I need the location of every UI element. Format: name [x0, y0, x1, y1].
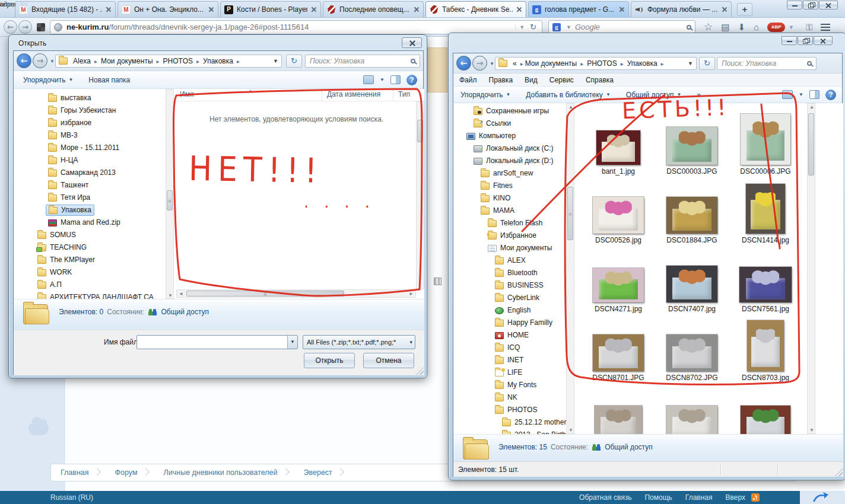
- browser-tab[interactable]: Входящие (15 482) - ...: [15, 1, 116, 17]
- browser-tab[interactable]: Формула любви — ...: [631, 1, 732, 17]
- close-button[interactable]: [814, 36, 833, 45]
- tree-item-row[interactable]: KINO: [481, 193, 510, 204]
- search-icon[interactable]: [411, 59, 415, 63]
- scroll-top-arrow-icon[interactable]: [812, 491, 830, 503]
- tree-item-row[interactable]: TEACHING: [37, 242, 87, 253]
- dialog-close-button[interactable]: [402, 37, 422, 48]
- scrollbar-thumb[interactable]: [567, 187, 573, 240]
- minimize-button[interactable]: [782, 36, 797, 45]
- tree-item[interactable]: избраное: [14, 117, 166, 130]
- file-item[interactable]: DSCN8703.jpg: [729, 314, 802, 383]
- views-icon[interactable]: [363, 75, 374, 84]
- file-item[interactable]: bant_1.jpg: [582, 108, 655, 177]
- tree-item-row[interactable]: NK: [495, 392, 517, 403]
- tree-item[interactable]: Тетя Ира: [14, 192, 166, 205]
- file-item[interactable]: DSCN4271.jpg: [582, 245, 655, 314]
- tree-item-row[interactable]: HOME: [495, 330, 529, 341]
- tree-item[interactable]: Море - 15.11.2011: [14, 142, 166, 155]
- menu-item[interactable]: Правка: [483, 76, 519, 84]
- tab-close-icon[interactable]: [516, 7, 522, 12]
- tree-item[interactable]: Сохраненные игры: [453, 106, 566, 118]
- forum-breadcrumb-link[interactable]: Главная: [51, 468, 106, 477]
- browser-forward-button[interactable]: →: [18, 20, 32, 34]
- browser-tab[interactable]: Он + Она. Энцикло...: [117, 1, 218, 17]
- tab-close-icon[interactable]: [619, 7, 625, 12]
- file-item[interactable]: DSCN7407.jpg: [655, 245, 729, 314]
- tree-item[interactable]: LIFE: [453, 367, 566, 379]
- tab-groups-icon[interactable]: [37, 23, 45, 31]
- share-button[interactable]: Общий доступ▼: [626, 91, 682, 99]
- file-area-hscrollbar[interactable]: ◄ ►: [176, 289, 416, 298]
- tree-item-row[interactable]: PHOTOS: [495, 404, 537, 416]
- scrollbar-thumb[interactable]: [808, 113, 814, 176]
- tree-item-row[interactable]: Bluetooth: [495, 267, 538, 279]
- menu-item[interactable]: Файл: [453, 76, 483, 84]
- dialog-breadcrumb[interactable]: AlexaМои документыPHOTOSУпаковка ▼: [55, 55, 282, 68]
- tab-close-icon[interactable]: [414, 7, 420, 12]
- scroll-right-icon[interactable]: ►: [407, 291, 415, 296]
- tree-item-row[interactable]: Ташкент: [48, 180, 88, 191]
- tree-scrollbar[interactable]: ▲ ▼: [566, 103, 574, 434]
- tree-item[interactable]: Mama and Red.zip: [14, 217, 166, 229]
- search-icon[interactable]: [687, 25, 691, 30]
- tree-item-row[interactable]: Самарканд 2013: [48, 167, 116, 178]
- tree-item[interactable]: SOMUS: [14, 229, 166, 242]
- breadcrumb-segment[interactable]: PHOTOS: [161, 57, 202, 65]
- views-d[interactable]: ▼: [380, 77, 385, 82]
- files-scrollbar[interactable]: ▲ ▼: [807, 103, 815, 434]
- breadcrumb-dropdown-icon[interactable]: ▼: [684, 60, 693, 66]
- explorer-search-box[interactable]: Поиск: Упаковка: [717, 57, 817, 70]
- preview-pane-icon[interactable]: [390, 75, 401, 84]
- tree-item[interactable]: 25.12.12 mother_: [453, 417, 566, 429]
- tree-item-row[interactable]: Море - 15.11.2011: [48, 142, 119, 154]
- tree-item[interactable]: TEACHING: [14, 242, 166, 254]
- search-engine-icon[interactable]: [552, 23, 561, 31]
- menu-item[interactable]: Сервис: [544, 76, 580, 84]
- file-item[interactable]: DSCN1414.jpg: [729, 177, 802, 245]
- browser-tab[interactable]: голова предмет - G...: [528, 1, 629, 17]
- new-tab-button[interactable]: +: [737, 3, 752, 16]
- tree-item-row[interactable]: Happy Familly: [495, 317, 552, 328]
- scrollbar-thumb[interactable]: [167, 190, 173, 210]
- tree-item[interactable]: BUSINESS: [453, 280, 566, 292]
- refresh-button[interactable]: ↻: [699, 57, 715, 70]
- cancel-button[interactable]: Отмена: [363, 353, 414, 368]
- browser-tab[interactable]: Табекс - Дневник Se...: [425, 1, 526, 17]
- tree-item[interactable]: А.П: [14, 279, 166, 292]
- history-dropdown-icon[interactable]: ▼: [490, 61, 494, 66]
- url-dropdown-icon[interactable]: ▼: [515, 24, 528, 30]
- tree-item-row[interactable]: SOMUS: [37, 229, 76, 241]
- reload-icon[interactable]: ↻: [528, 23, 538, 31]
- refresh-button[interactable]: ↻: [286, 55, 302, 68]
- tree-item-row[interactable]: anrSoft_new: [481, 168, 533, 179]
- footer-link[interactable]: Обратная связь: [579, 493, 631, 502]
- tree-item-row[interactable]: 25.12.12 mother_: [502, 417, 566, 428]
- file-item[interactable]: DSC00003.JPG: [655, 108, 729, 177]
- tree-item[interactable]: WORK: [14, 267, 166, 279]
- combo-dropdown-icon[interactable]: ▼: [287, 336, 297, 349]
- tree-item-row[interactable]: Компьютер: [466, 130, 516, 142]
- tree-item[interactable]: Самарканд 2013: [14, 167, 166, 180]
- more-commands-button[interactable]: »: [697, 91, 701, 99]
- tree-item-row[interactable]: 2013 - Son Birthd: [502, 429, 566, 434]
- file-item[interactable]: DSCN8702.JPG: [655, 314, 729, 383]
- adblock-dropdown-icon[interactable]: ▼: [785, 24, 798, 30]
- breadcrumb-segment[interactable]: Мои документы: [99, 57, 161, 65]
- rss-icon[interactable]: [751, 493, 760, 502]
- forum-breadcrumb-link[interactable]: Личные дневники пользователей: [154, 468, 294, 477]
- breadcrumb-overflow[interactable]: «: [511, 59, 523, 68]
- tree-item[interactable]: выставка: [14, 92, 166, 105]
- scrollbar-thumb[interactable]: [417, 120, 423, 142]
- tree-item[interactable]: INET: [453, 355, 566, 367]
- tree-item[interactable]: MB-3: [14, 130, 166, 142]
- tree-item-row[interactable]: Ссылки: [474, 118, 511, 129]
- breadcrumb-segment[interactable]: Мои документы: [523, 59, 585, 68]
- scroll-up-icon[interactable]: ▲: [808, 104, 816, 110]
- tree-item[interactable]: HOME: [453, 330, 566, 342]
- file-item[interactable]: DSC00526.jpg: [582, 177, 655, 245]
- preview-pane-icon[interactable]: [809, 90, 819, 99]
- tree-item-row[interactable]: Telefon Flash: [488, 218, 542, 229]
- downloads-icon[interactable]: ⬇: [738, 23, 745, 31]
- file-area-vscrollbar[interactable]: [416, 101, 424, 289]
- search-bar[interactable]: ▼ Google: [548, 20, 695, 34]
